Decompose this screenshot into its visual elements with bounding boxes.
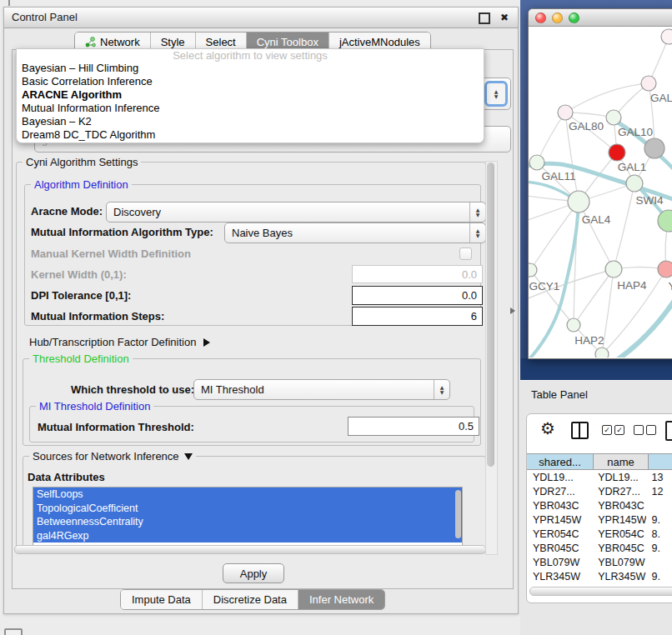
hub-definition-toggle[interactable]: Hub/Transcription Factor Definition (29, 336, 210, 348)
attribute-item-gal4rgexp[interactable]: gal4RGexp (33, 529, 462, 543)
network-edge[interactable] (537, 112, 565, 162)
network-edge[interactable] (614, 183, 634, 269)
close-traffic-light[interactable] (535, 12, 546, 23)
bottom-left-widget[interactable] (4, 628, 23, 635)
table-row[interactable]: YPR145WYPR145W9. (527, 513, 672, 528)
bottom-tab-infer-network[interactable]: Infer Network (298, 590, 384, 609)
aracne-mode-combobox[interactable]: Discovery ▲▼ (106, 202, 486, 222)
table-horizontal-scrollbar[interactable] (529, 587, 672, 596)
network-node[interactable] (644, 138, 664, 158)
minimize-traffic-light[interactable] (552, 12, 563, 23)
network-node[interactable] (661, 29, 672, 44)
node-label: HAP4 (617, 279, 647, 292)
dpi-tolerance-label: DPI Tolerance [0,1]: (31, 289, 131, 302)
column-header-name[interactable]: name (594, 453, 649, 470)
table-cell: 9. (646, 570, 672, 584)
network-edge[interactable] (565, 83, 649, 112)
bottom-tab-impute-data[interactable]: Impute Data (121, 590, 203, 609)
algorithm-option-mutual-information-inference[interactable]: Mutual Information Inference (17, 102, 484, 115)
threshold-definition-title: Threshold Definition (29, 352, 133, 365)
network-node-gal1[interactable] (609, 144, 625, 161)
close-icon[interactable]: ✖ (500, 8, 509, 28)
table-row[interactable]: YDL19...YDL19...13 (527, 471, 672, 485)
network-node-gal[interactable] (641, 76, 656, 91)
network-node[interactable] (595, 348, 609, 358)
select-all-checkboxes-icon[interactable]: ✓✓ (602, 425, 624, 435)
table-row[interactable]: YDR27...YDR27...12 (527, 485, 672, 499)
network-node-gal10[interactable] (606, 110, 621, 125)
table-row[interactable]: YER054CYER054C8. (527, 528, 672, 542)
attribute-item-betweennesscentrality[interactable]: BetweennessCentrality (33, 515, 462, 529)
network-node-gal11[interactable] (529, 155, 544, 170)
deselect-all-checkboxes-icon[interactable] (634, 425, 656, 435)
table-cell: YDR27... (527, 485, 592, 499)
column-header-shared[interactable]: shared... (527, 453, 594, 470)
combobox-stepper-focused[interactable]: ▲▼ (484, 81, 508, 107)
algorithm-option-bayesian-k2[interactable]: Bayesian – K2 (17, 115, 484, 128)
node-label: GAL1 (618, 161, 647, 173)
table-row[interactable]: YLR345WYLR345W9. (527, 570, 672, 584)
table-header: shared...name (527, 453, 672, 470)
combobox-arrows-icon[interactable]: ▲▼ (434, 380, 449, 399)
network-canvas[interactable]: GALGAL80GAL10GAL1GAL11SWI4GAL4GCY1HAP4YH… (529, 27, 672, 358)
cyni-algorithm-settings-title: Cyni Algorithm Settings (23, 156, 141, 168)
settings-scrollbar-thumb[interactable] (487, 162, 494, 467)
network-node-gal4[interactable] (568, 191, 589, 212)
gear-icon[interactable]: ⚙ (540, 420, 555, 437)
algorithm-option-basic-correlation-inference[interactable]: Basic Correlation Inference (17, 75, 484, 88)
sources-group-title[interactable]: Sources for Network Inference (29, 450, 196, 462)
network-window-titlebar[interactable] (529, 9, 672, 27)
apply-button[interactable]: Apply (223, 563, 284, 583)
hub-definition-label: Hub/Transcription Factor Definition (29, 336, 196, 348)
network-node-hap4[interactable] (605, 261, 622, 278)
settings-horizontal-scrollbar[interactable] (14, 545, 486, 554)
mi-type-combobox[interactable]: Naive Bayes ▲▼ (224, 222, 486, 243)
combobox-arrows-icon[interactable]: ▲▼ (469, 202, 485, 222)
sources-title-text: Sources for Network Inference (33, 450, 179, 462)
combobox-arrows-icon[interactable]: ▲▼ (469, 223, 485, 242)
mi-threshold-field[interactable]: 0.5 (348, 417, 479, 436)
bottom-tab-discretize-data[interactable]: Discretize Data (203, 590, 298, 609)
aracne-mode-label: Aracne Mode: (31, 205, 103, 218)
algorithm-option-bayesian-hill-climbing[interactable]: Bayesian – Hill Climbing (17, 62, 484, 75)
table-cell: 12 (646, 485, 672, 499)
algorithm-popup-list: Bayesian – Hill ClimbingBasic Correlatio… (17, 62, 484, 142)
data-attributes-list[interactable]: SelfLoopsTopologicalCoefficientBetweenne… (33, 487, 463, 547)
float-window-icon[interactable] (479, 12, 490, 24)
attribute-item-topologicalcoefficient[interactable]: TopologicalCoefficient (33, 502, 462, 516)
control-panel-titlebar[interactable]: Control Panel (4, 8, 518, 28)
algorithm-option-aracne-algorithm[interactable]: ARACNE Algorithm (17, 88, 484, 102)
table-row[interactable]: YBR045CYBR045C9. (527, 542, 672, 556)
node-label: HAP2 (574, 334, 604, 347)
column-header-hidden[interactable] (649, 453, 672, 470)
network-node-y[interactable] (658, 261, 672, 278)
table-cell: 9. (646, 513, 672, 528)
algorithm-option-dream8-dc-tdc-algorithm[interactable]: Dream8 DC_TDC Algorithm (17, 128, 484, 142)
which-threshold-combobox[interactable]: MI Threshold ▲▼ (193, 379, 450, 400)
mi-type-label: Mutual Information Algorithm Type: (31, 226, 213, 238)
network-edge[interactable] (579, 202, 614, 269)
table-row[interactable]: YBL079WYBL079W (527, 556, 672, 570)
network-node-gal80[interactable] (558, 105, 573, 120)
manual-kernel-checkbox[interactable] (459, 248, 472, 260)
split-pane-handle-icon[interactable] (510, 308, 515, 314)
new-table-icon[interactable] (665, 421, 672, 441)
table-cell: YBR045C (527, 542, 592, 556)
list-scrollbar-thumb[interactable] (455, 490, 461, 538)
network-node[interactable] (658, 210, 672, 232)
split-columns-icon[interactable] (571, 422, 589, 439)
node-label: GAL (650, 92, 672, 104)
mi-steps-field[interactable]: 6 (352, 307, 483, 326)
kernel-width-field[interactable]: 0.0 (352, 265, 483, 283)
table-row[interactable]: YBR043CYBR043C (527, 499, 672, 513)
settings-vertical-scrollbar[interactable] (485, 161, 498, 555)
expand-arrow-icon (203, 338, 210, 347)
table-cell: 13 (646, 471, 672, 485)
zoom-traffic-light[interactable] (569, 12, 579, 23)
network-node-hap2[interactable] (567, 318, 580, 332)
dpi-tolerance-field[interactable]: 0.0 (352, 286, 483, 305)
network-node-gcy1[interactable] (529, 263, 537, 277)
network-node-swi4[interactable] (626, 175, 643, 192)
table-row[interactable]: YIL052CYIL052C9. (527, 584, 672, 585)
attribute-item-selfloops[interactable]: SelfLoops (33, 488, 462, 502)
